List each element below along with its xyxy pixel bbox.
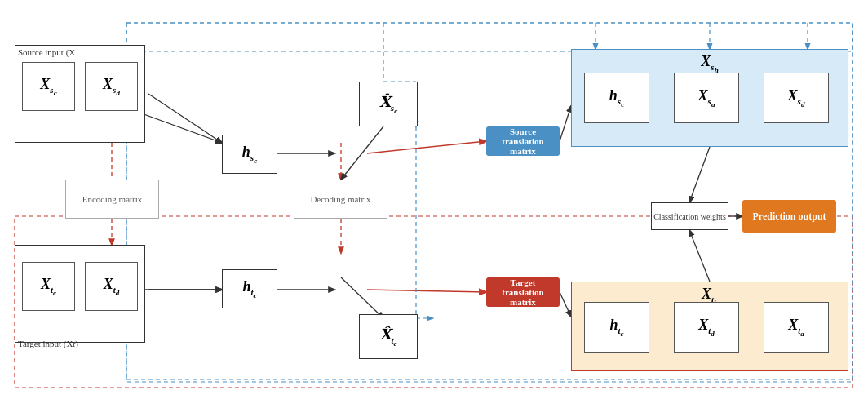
xsd-label: Xsd (103, 76, 120, 97)
xsc-hat-box: X̂sc (359, 82, 418, 126)
encoding-matrix-label: Encoding matrix (82, 194, 143, 204)
xsd-box: Xsd (85, 62, 138, 111)
target-translation-button[interactable]: Targettranslationmatrix (486, 277, 560, 307)
svg-line-14 (341, 277, 383, 318)
xtd-box: Xtd (85, 262, 138, 311)
xth-htc-label: htc (609, 317, 623, 338)
svg-line-18 (560, 292, 571, 317)
hsc-label: hsc (242, 144, 257, 165)
svg-rect-0 (126, 23, 852, 51)
xtc-hat-label: X̂tc (379, 326, 396, 348)
xsh-xsd-label: Xsd (788, 87, 805, 109)
htc-label: htc (242, 278, 256, 299)
xth-xtd-box: Xtd (674, 302, 739, 353)
xtc-label: Xtc (41, 276, 56, 297)
htc-box: htc (222, 269, 277, 308)
xsc-box: Xsc (22, 62, 75, 111)
classification-weights-label: Classification weights (653, 212, 726, 221)
svg-line-17 (560, 106, 571, 141)
xta-box: Xta (764, 302, 829, 353)
prediction-output-label: Prediction output (752, 211, 826, 223)
decoding-matrix-box: Decoding matrix (294, 180, 388, 219)
svg-line-20 (689, 230, 710, 282)
encoding-matrix-box: Encoding matrix (65, 180, 159, 219)
xth-xtd-label: Xtd (698, 317, 715, 338)
xth-htc-box: htc (584, 302, 649, 353)
svg-line-16 (367, 290, 486, 292)
classification-weights-box: Classification weights (651, 202, 728, 230)
xsh-title: Xsh (572, 53, 848, 74)
svg-line-15 (367, 141, 486, 153)
xtd-label: Xtd (104, 276, 120, 297)
decoding-matrix-label: Decoding matrix (310, 194, 370, 204)
source-translation-button[interactable]: Sourcetranslationmatrix (486, 126, 560, 156)
target-input-label: Target input (Xt) (18, 339, 78, 348)
svg-line-3 (148, 94, 222, 143)
xsc-label: Xsc (40, 76, 56, 97)
target-input-container: Xtc Xtd (15, 245, 145, 343)
xta-label: Xta (788, 317, 804, 338)
hsc-box: hsc (222, 135, 277, 174)
xsh-container: Xsh hsc Xsa Xsd (571, 49, 848, 147)
svg-line-13 (341, 126, 383, 180)
xsh-hsc-box: hsc (584, 73, 649, 123)
prediction-output-box: Prediction output (742, 200, 836, 233)
xtc-box: Xtc (22, 262, 75, 311)
diagram: Xsc Xsd Source input (X Xtc Xtd Target i… (0, 0, 868, 408)
svg-line-19 (689, 147, 710, 202)
xtc-hat-box: X̂tc (359, 314, 418, 359)
xsc-hat-label: X̂sc (379, 93, 397, 115)
xsh-hsc-label: hsc (609, 87, 624, 109)
xth-container: Xth htc Xtd Xta (571, 282, 848, 371)
xsa-box: Xsa (674, 73, 739, 123)
source-input-container: Xsc Xsd (15, 45, 145, 143)
target-translation-label: Targettranslationmatrix (502, 277, 543, 307)
xsh-xsd-box: Xsd (764, 73, 829, 123)
xsa-label: Xsa (698, 87, 715, 109)
source-translation-label: Sourcetranslationmatrix (502, 126, 543, 156)
source-input-label: Source input (X (18, 47, 75, 57)
